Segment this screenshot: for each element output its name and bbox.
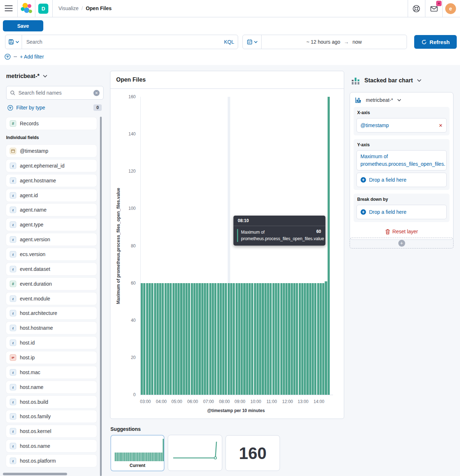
bar[interactable]: [285, 283, 288, 395]
field-item-host.name[interactable]: thost.name: [6, 381, 97, 393]
bar[interactable]: [314, 283, 316, 395]
bar[interactable]: [249, 283, 251, 395]
bar[interactable]: [264, 283, 267, 395]
bar[interactable]: [143, 283, 145, 395]
bar[interactable]: [251, 283, 253, 395]
search-query-input[interactable]: [22, 35, 220, 49]
saved-query-menu-button[interactable]: [5, 35, 22, 49]
bar[interactable]: [230, 283, 232, 395]
bar[interactable]: [157, 283, 159, 395]
bar[interactable]: [322, 283, 324, 395]
bar[interactable]: [180, 283, 182, 395]
reset-layer-button[interactable]: Reset layer: [354, 226, 450, 236]
bar[interactable]: [191, 283, 193, 395]
bar[interactable]: [217, 283, 219, 395]
bar[interactable]: [304, 283, 306, 395]
bar[interactable]: [246, 283, 248, 395]
bar[interactable]: [212, 283, 214, 395]
bar[interactable]: [259, 283, 261, 395]
filter-by-type-button[interactable]: Filter by type: [16, 105, 45, 111]
bar[interactable]: [275, 283, 277, 395]
field-item-agent.hostname[interactable]: tagent.hostname: [6, 174, 97, 187]
field-item-host.os.build[interactable]: thost.os.build: [6, 396, 97, 408]
bar[interactable]: [320, 283, 322, 395]
bar[interactable]: [299, 283, 301, 395]
field-item-event.dataset[interactable]: tevent.dataset: [6, 263, 97, 275]
time-range-display[interactable]: ~ 12 hours ago → now: [262, 35, 407, 49]
suggestion-metric[interactable]: 160: [225, 435, 280, 471]
field-item-ecs.version[interactable]: tecs.version: [6, 248, 97, 260]
bar[interactable]: [167, 283, 169, 395]
x-axis-dimension[interactable]: @timestamp ✕: [356, 118, 447, 133]
field-search-input[interactable]: [18, 90, 91, 96]
time-range-from[interactable]: ~ 12 hours ago: [306, 39, 340, 45]
field-item-@timestamp[interactable]: @timestamp: [6, 145, 97, 157]
layer-index-pattern-switcher[interactable]: metricbeat-*: [354, 96, 450, 107]
bar[interactable]: [236, 283, 238, 395]
suggestion-current[interactable]: Current: [110, 435, 165, 471]
bar[interactable]: [280, 283, 282, 395]
bar[interactable]: [233, 283, 235, 395]
bar[interactable]: [141, 283, 143, 395]
bar[interactable]: [312, 283, 314, 395]
break-down-drop-target[interactable]: Drop a field here: [356, 205, 447, 219]
time-quick-select-button[interactable]: [243, 35, 262, 49]
field-item-event.module[interactable]: tevent.module: [6, 293, 97, 305]
field-item-host.architecture[interactable]: thost.architecture: [6, 307, 97, 319]
bar[interactable]: [185, 283, 188, 395]
field-item-host.os.kernel[interactable]: thost.os.kernel: [6, 425, 97, 437]
bar[interactable]: [317, 283, 319, 395]
bar[interactable]: [262, 283, 264, 395]
suggestion-line-chart[interactable]: [168, 435, 222, 471]
chart-type-switcher[interactable]: Stacked bar chart: [351, 76, 421, 85]
bar[interactable]: [162, 283, 164, 395]
breadcrumb-visualize[interactable]: Visualize: [58, 5, 79, 11]
clear-search-icon[interactable]: ✕: [93, 90, 100, 96]
field-item-agent.ephemeral_id[interactable]: tagent.ephemeral_id: [6, 160, 97, 172]
add-layer-button[interactable]: +: [350, 238, 454, 248]
field-item-agent.name[interactable]: tagent.name: [6, 204, 97, 216]
field-item-agent.version[interactable]: tagent.version: [6, 233, 97, 246]
bar[interactable]: [151, 283, 153, 395]
bar[interactable]: [193, 283, 196, 395]
filter-icon[interactable]: [4, 53, 11, 60]
y-axis-dimension[interactable]: Maximum of prometheus.process_files_open…: [356, 150, 447, 170]
bar[interactable]: [178, 283, 180, 395]
bar[interactable]: [198, 283, 201, 395]
menu-icon[interactable]: [5, 5, 13, 12]
bar[interactable]: [301, 283, 303, 395]
bar[interactable]: [325, 281, 327, 395]
bar[interactable]: [267, 283, 269, 395]
space-avatar[interactable]: D: [38, 4, 48, 14]
bar[interactable]: [238, 283, 240, 395]
field-item-host.hostname[interactable]: thost.hostname: [6, 322, 97, 334]
bar[interactable]: [172, 283, 175, 395]
bar[interactable]: [306, 283, 308, 395]
sidebar-scrollbar[interactable]: [100, 117, 102, 476]
bar[interactable]: [159, 283, 161, 395]
field-item-agent.type[interactable]: tagent.type: [6, 218, 97, 231]
field-item-host.os.name[interactable]: thost.os.name: [6, 440, 97, 452]
bar[interactable]: [170, 283, 172, 395]
bar[interactable]: [149, 283, 151, 395]
refresh-button[interactable]: Refresh: [414, 35, 457, 49]
bar[interactable]: [241, 283, 243, 395]
add-filter-button[interactable]: + Add filter: [20, 54, 44, 60]
field-item-host.mac[interactable]: thost.mac: [6, 366, 97, 378]
bar[interactable]: [206, 283, 209, 395]
bar[interactable]: [291, 283, 293, 395]
bar[interactable]: [228, 283, 230, 395]
bar[interactable]: [201, 283, 203, 395]
field-item-host.os.family[interactable]: thost.os.family: [6, 410, 97, 423]
bar[interactable]: [243, 283, 245, 395]
bar[interactable]: [175, 283, 177, 395]
bar[interactable]: [309, 283, 311, 395]
bar[interactable]: [296, 283, 298, 395]
bar[interactable]: [277, 283, 280, 395]
elastic-logo-icon[interactable]: [20, 3, 32, 15]
horizontal-scrollbar[interactable]: [3, 473, 67, 475]
user-avatar[interactable]: e: [445, 3, 456, 14]
bar[interactable]: [154, 283, 156, 395]
time-range-to[interactable]: now: [352, 39, 362, 45]
bar[interactable]: [209, 283, 211, 395]
